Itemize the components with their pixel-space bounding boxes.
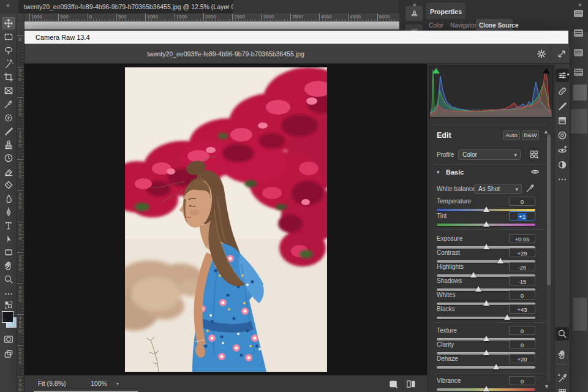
panel-scrollbar-handle[interactable] [547,135,551,285]
collapsed-panel-icon[interactable] [574,49,583,56]
shadows-value[interactable]: -15 [509,276,535,285]
contrast-value[interactable]: +29 [509,248,535,257]
rectangle-shape-tool[interactable] [2,246,15,258]
settings-gear-icon[interactable] [536,48,547,59]
before-after-view-icon[interactable] [405,379,417,389]
clarity-value[interactable]: 0 [509,340,535,349]
cr-masking-brush-tool[interactable] [556,99,569,113]
profile-browser-icon[interactable] [529,149,540,160]
dehaze-slider[interactable] [437,366,535,369]
smudge-tool[interactable] [2,192,15,205]
whites-slider-thumb[interactable] [483,300,489,306]
dehaze-value[interactable]: +20 [509,354,535,363]
temperature-value[interactable]: 0 [509,197,535,206]
scroll-down-icon[interactable]: ▼ [544,383,549,390]
frame-tool[interactable] [2,85,15,97]
vibrance-value[interactable]: 0 [509,376,535,385]
bw-button[interactable]: B&W [522,130,539,140]
hand-tool[interactable] [2,260,15,272]
cr-hand-tool[interactable] [556,348,569,361]
clarity-slider-thumb[interactable] [483,350,489,355]
tab-overflow-icon[interactable]: » [6,2,10,9]
basic-collapse-icon[interactable]: ▾ [437,169,440,175]
type-tool[interactable] [2,219,15,232]
clone-stamp-tool[interactable] [2,138,15,151]
clone-source-panel-icon[interactable] [405,6,423,21]
foreground-color-swatch[interactable] [2,311,13,323]
blacks-slider-thumb[interactable] [504,314,510,320]
tint-value[interactable]: +1 [509,211,535,221]
lasso-tool[interactable] [2,44,15,56]
zoom-level-select[interactable]: 100% [91,380,107,387]
cr-more-tool[interactable] [556,173,569,186]
shadow-clipping-indicator[interactable] [432,68,440,74]
tab-navigator[interactable]: Navigator [450,22,477,29]
camera-raw-title[interactable]: Camera Raw 13.4 [24,31,568,44]
cr-red-eye-tool[interactable] [556,143,569,157]
screen-mode-icon[interactable] [2,348,15,360]
rectangular-marquee-tool[interactable] [2,31,15,43]
docked-panel-block[interactable] [573,85,587,100]
cr-white-balance-picker-tool[interactable] [556,371,569,385]
vibrance-slider-thumb[interactable] [483,386,489,391]
cr-edit-tool[interactable] [556,69,569,82]
quick-mask-icon[interactable] [2,333,15,345]
cr-color-sampler-tool[interactable] [556,386,569,392]
docked-panel-block[interactable] [571,109,587,134]
crop-tool[interactable] [2,71,15,83]
blacks-slider[interactable] [437,317,535,319]
move-tool[interactable] [2,17,15,29]
whites-value[interactable]: 0 [509,290,535,300]
highlights-slider-thumb[interactable] [470,272,477,277]
gradient-tool[interactable] [2,179,15,191]
profile-select[interactable]: Color▾ [458,149,521,160]
exposure-value[interactable]: +0.05 [509,234,535,243]
edit-toolbar-ellipsis-icon[interactable] [2,288,15,300]
docked-panel-block[interactable] [573,298,587,331]
tint-slider-thumb[interactable] [483,221,489,227]
default-colors-icon[interactable] [2,299,15,311]
dehaze-slider-thumb[interactable] [493,364,499,369]
eraser-tool[interactable] [2,165,15,178]
cr-radial-filter-tool[interactable] [556,129,569,142]
temperature-slider-thumb[interactable] [483,206,489,212]
white-balance-eyedropper-icon[interactable] [525,183,535,193]
cr-presets-tool[interactable] [556,158,569,172]
quick-selection-tool[interactable] [2,58,15,70]
pen-tool[interactable] [2,206,15,218]
eyedropper-tool[interactable] [2,98,15,110]
path-selection-tool[interactable] [2,233,15,245]
spot-healing-brush-tool[interactable] [2,111,15,124]
auto-button[interactable]: Auto [503,130,520,140]
highlight-clipping-indicator[interactable] [543,68,550,74]
texture-value[interactable]: 0 [509,326,535,335]
cr-zoom-tool[interactable] [556,327,569,341]
basic-visibility-eye-icon[interactable] [530,167,540,176]
zoom-fit-button[interactable]: Fit (9.8%) [38,380,66,387]
image-canvas[interactable] [24,64,427,375]
zoom-tool[interactable] [2,273,15,285]
collapsed-panel-icon[interactable] [574,29,583,37]
expand-dock-icon[interactable]: » [578,1,582,8]
white-balance-select[interactable]: As Shot▾ [474,184,522,194]
cr-graduated-filter-tool[interactable] [556,114,569,127]
brush-tool[interactable] [2,125,15,137]
tab-close-icon[interactable]: × [222,0,233,13]
default-view-icon[interactable] [388,379,399,389]
zoom-level-chevron-icon[interactable]: ▾ [116,381,119,386]
blacks-value[interactable]: +43 [509,304,535,314]
exposure-slider-thumb[interactable] [483,244,489,249]
histogram[interactable] [429,66,553,118]
contrast-slider-thumb[interactable] [497,258,503,263]
shadows-slider-thumb[interactable] [475,286,481,292]
collapsed-panel-icon[interactable] [574,69,583,76]
expand-dialog-icon[interactable] [556,48,567,59]
basic-section-title[interactable]: Basic [446,168,464,176]
document-tab[interactable]: twenty20_ee093ffe-fe89-4b96-9b79-b70365b… [18,0,233,13]
highlights-value[interactable]: -26 [509,262,535,271]
tab-color[interactable]: Color [429,22,443,29]
history-brush-tool[interactable] [2,152,15,164]
collapsed-panel-icon[interactable] [574,10,583,17]
texture-slider-thumb[interactable] [483,336,489,341]
tab-properties[interactable]: Properties [426,2,466,19]
